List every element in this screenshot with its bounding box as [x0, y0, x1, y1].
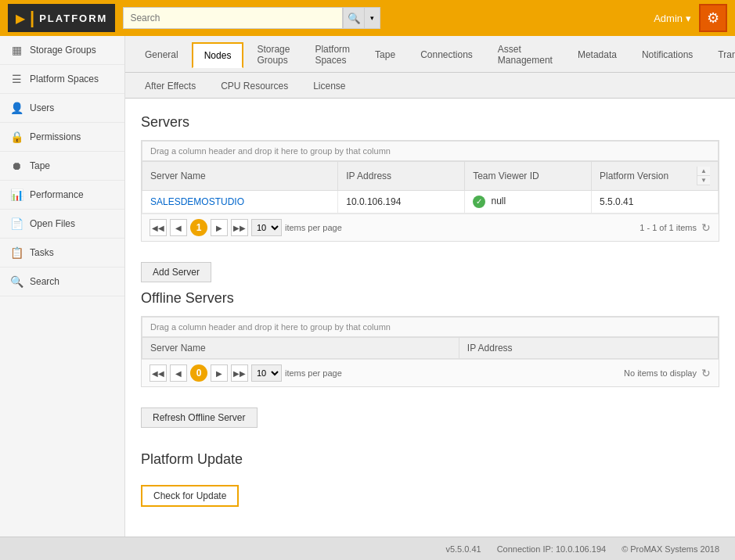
tab-transcoding[interactable]: Transcoding — [706, 42, 735, 67]
offline-last-page-button[interactable]: ▶▶ — [231, 364, 248, 382]
sidebar-item-label: Tape — [30, 160, 50, 171]
sidebar-item-label: Open Files — [30, 218, 75, 229]
page-size-select[interactable]: 10 25 50 — [251, 219, 282, 236]
offline-col-server-name: Server Name — [142, 338, 459, 359]
scroll-arrows[interactable]: ▲ ▼ — [697, 167, 710, 185]
scroll-up-icon[interactable]: ▲ — [697, 167, 710, 176]
col-team-viewer: Team Viewer ID — [465, 162, 592, 191]
offline-pagination: ◀◀ ◀ 0 ▶ ▶▶ 10 25 50 items per page No i… — [142, 359, 719, 386]
scroll-down-icon[interactable]: ▼ — [697, 176, 710, 185]
settings-button[interactable]: ⚙ — [699, 4, 727, 32]
server-name-link[interactable]: SALESDEMOSTUDIO — [150, 196, 244, 207]
tape-icon: ⏺ — [9, 160, 23, 172]
server-name-cell: SALESDEMOSTUDIO — [142, 191, 338, 214]
platform-version-cell: 5.5.0.41 — [592, 191, 719, 214]
offline-table-header-row: Server Name IP Address — [142, 338, 719, 359]
tasks-icon: 📋 — [9, 246, 23, 259]
items-per-page-label: items per page — [285, 223, 342, 232]
sidebar-item-platform-spaces[interactable]: ☰ Platform Spaces — [0, 65, 124, 94]
logo-area: ▶ | PLATFORM — [8, 4, 115, 32]
sidebar-item-permissions[interactable]: 🔒 Permissions — [0, 123, 124, 152]
refresh-icon[interactable]: ↻ — [701, 221, 711, 234]
table-row: SALESDEMOSTUDIO 10.0.106.194 ✓ null 5.5.… — [142, 191, 719, 214]
tab-nodes[interactable]: Nodes — [192, 42, 244, 68]
admin-menu[interactable]: Admin ▾ — [654, 13, 691, 24]
col-platform-version: Platform Version ▲ ▼ — [592, 162, 719, 191]
add-server-button[interactable]: Add Server — [141, 262, 211, 282]
servers-title: Servers — [141, 114, 719, 131]
sidebar-item-search[interactable]: 🔍 Search — [0, 267, 124, 296]
platform-spaces-icon: ☰ — [9, 73, 23, 85]
tab-connections[interactable]: Connections — [409, 42, 485, 67]
refresh-offline-server-button[interactable]: Refresh Offline Server — [141, 407, 258, 428]
offline-items-per-page-label: items per page — [285, 368, 342, 378]
permissions-icon: 🔒 — [9, 131, 23, 143]
search-nav-icon: 🔍 — [9, 275, 23, 288]
sidebar-item-tape[interactable]: ⏺ Tape — [0, 152, 124, 181]
page-content: Servers Drag a column header and drop it… — [125, 99, 735, 530]
offline-refresh-icon[interactable]: ↻ — [701, 367, 711, 379]
sidebar-item-users[interactable]: 👤 Users — [0, 94, 124, 123]
servers-table-header-row: Server Name IP Address Team Viewer ID Pl… — [142, 162, 719, 191]
current-page: 1 — [190, 219, 207, 236]
tab-storage-groups[interactable]: Storage Groups — [245, 37, 301, 73]
tab-general[interactable]: General — [133, 42, 190, 67]
footer: v5.5.0.41 Connection IP: 10.0.106.194 © … — [0, 537, 735, 560]
footer-copyright: © ProMAX Systems 2018 — [622, 544, 719, 554]
sidebar-item-label: Tasks — [30, 247, 54, 258]
offline-next-page-button[interactable]: ▶ — [211, 364, 228, 382]
storage-groups-icon: ▦ — [9, 44, 23, 56]
offline-page-size-select[interactable]: 10 25 50 — [251, 364, 282, 382]
tab-after-effects[interactable]: After Effects — [133, 74, 207, 99]
tab-tape[interactable]: Tape — [363, 42, 407, 67]
sidebar-item-label: Platform Spaces — [30, 74, 99, 84]
next-page-button[interactable]: ▶ — [211, 219, 228, 236]
admin-label: Admin — [654, 13, 683, 24]
offline-prev-page-button[interactable]: ◀ — [170, 364, 187, 382]
prev-page-button[interactable]: ◀ — [170, 219, 187, 236]
offline-servers-table: Server Name IP Address — [142, 337, 719, 359]
offline-first-page-button[interactable]: ◀◀ — [150, 364, 167, 382]
platform-update-section: Platform Update Check for Update — [141, 451, 719, 515]
servers-table: Server Name IP Address Team Viewer ID Pl… — [142, 161, 719, 214]
col-server-name: Server Name — [142, 162, 338, 191]
tab-metadata[interactable]: Metadata — [566, 42, 629, 67]
sidebar-item-label: Search — [30, 276, 59, 287]
tab-platform-spaces[interactable]: Platform Spaces — [303, 37, 362, 73]
sidebar-item-tasks[interactable]: 📋 Tasks — [0, 239, 124, 267]
sidebar-item-label: Storage Groups — [30, 45, 96, 56]
search-area: 🔍 ▾ — [123, 7, 380, 29]
main-layout: ▦ Storage Groups ☰ Platform Spaces 👤 Use… — [0, 36, 735, 537]
offline-servers-title: Offline Servers — [141, 290, 719, 307]
open-files-icon: 📄 — [9, 217, 23, 230]
platform-update-title: Platform Update — [141, 451, 719, 468]
sidebar-item-label: Users — [30, 102, 54, 113]
tabs-row2: After Effects CPU Resources License — [125, 73, 735, 99]
ip-address-cell: 10.0.106.194 — [338, 191, 465, 214]
search-input[interactable] — [123, 7, 343, 29]
sidebar-item-storage-groups[interactable]: ▦ Storage Groups — [0, 36, 124, 65]
servers-table-wrapper: Drag a column header and drop it here to… — [141, 140, 719, 242]
last-page-button[interactable]: ▶▶ — [231, 219, 248, 236]
sidebar-item-performance[interactable]: 📊 Performance — [0, 181, 124, 210]
sidebar-item-open-files[interactable]: 📄 Open Files — [0, 210, 124, 239]
tab-notifications[interactable]: Notifications — [630, 42, 704, 67]
header: ▶ | PLATFORM 🔍 ▾ Admin ▾ ⚙ — [0, 0, 735, 36]
servers-drag-hint: Drag a column header and drop it here to… — [142, 141, 719, 161]
gear-icon: ⚙ — [707, 9, 719, 27]
users-icon: 👤 — [9, 102, 23, 114]
search-button[interactable]: 🔍 — [343, 7, 365, 29]
tabs-row1: General Nodes Storage Groups Platform Sp… — [125, 36, 735, 73]
first-page-button[interactable]: ◀◀ — [150, 219, 167, 236]
footer-connection: Connection IP: 10.0.106.194 — [497, 544, 606, 554]
team-viewer-cell: ✓ null — [465, 191, 592, 214]
check-for-update-button[interactable]: Check for Update — [141, 485, 239, 507]
search-dropdown-button[interactable]: ▾ — [365, 7, 380, 29]
performance-icon: 📊 — [9, 188, 23, 201]
servers-pagination: ◀◀ ◀ 1 ▶ ▶▶ 10 25 50 items per page 1 - … — [142, 214, 719, 241]
tab-license[interactable]: License — [301, 74, 357, 99]
offline-col-ip-address: IP Address — [459, 338, 718, 359]
tab-cpu-resources[interactable]: CPU Resources — [209, 74, 300, 99]
tab-asset-management[interactable]: Asset Management — [486, 37, 564, 73]
items-count: 1 - 1 of 1 items ↻ — [640, 221, 711, 234]
